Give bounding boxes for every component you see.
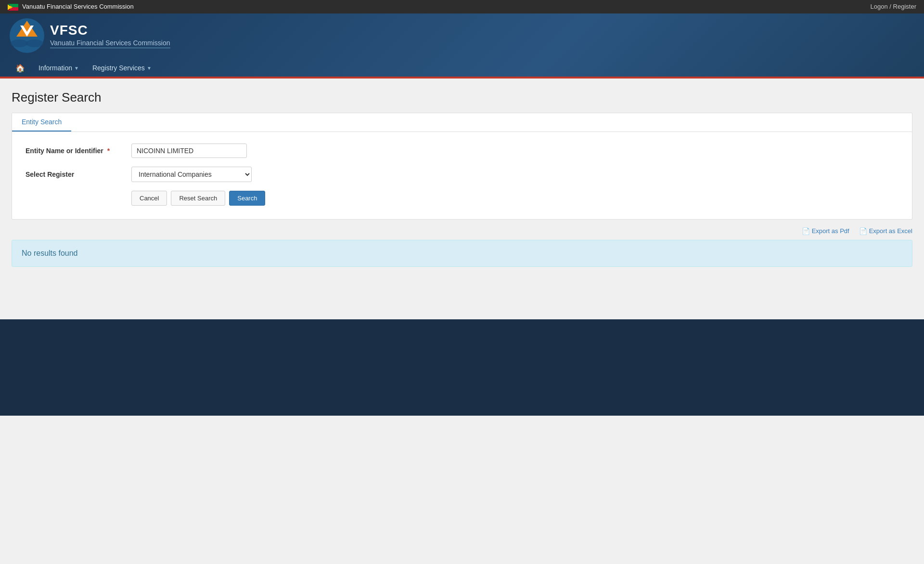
search-button[interactable]: Search <box>229 191 265 206</box>
export-pdf-link[interactable]: 📄 Export as Pdf <box>802 227 849 235</box>
site-name-label: Vanuatu Financial Services Commission <box>22 3 134 10</box>
main-content: Register Search Entity Search Entity Nam… <box>0 79 924 319</box>
svg-point-11 <box>26 39 43 47</box>
entity-name-label: Entity Name or Identifier * <box>26 147 131 155</box>
export-excel-link[interactable]: 📄 Export as Excel <box>859 227 912 235</box>
no-results-text: No results found <box>22 249 78 257</box>
select-register-row: Select Register International Companies … <box>26 167 898 182</box>
cancel-button[interactable]: Cancel <box>131 191 167 206</box>
top-bar-left: Vanuatu Financial Services Commission <box>8 3 134 11</box>
svg-point-10 <box>11 39 28 47</box>
logo-full: Vanuatu Financial Services Commission <box>50 39 170 47</box>
logon-register-link[interactable]: Logon / Register <box>871 3 916 10</box>
chevron-down-icon: ▼ <box>74 66 79 71</box>
nav-home[interactable]: 🏠 <box>10 60 31 77</box>
entity-name-row: Entity Name or Identifier * <box>26 144 898 158</box>
no-results-panel: No results found <box>12 240 912 267</box>
top-bar: Vanuatu Financial Services Commission Lo… <box>0 0 924 13</box>
nav-information[interactable]: Information ▼ <box>33 60 85 76</box>
chevron-down-icon-2: ▼ <box>147 66 152 71</box>
search-panel: Entity Search Entity Name or Identifier … <box>12 113 912 220</box>
search-form: Entity Name or Identifier * Select Regis… <box>12 132 912 219</box>
logo-abbr: VFSC <box>50 23 170 38</box>
excel-icon: 📄 <box>859 227 867 235</box>
logo-container: VFSC Vanuatu Financial Services Commissi… <box>10 18 170 53</box>
nav-registry-services-label: Registry Services <box>92 64 145 72</box>
entity-name-input[interactable] <box>131 144 247 158</box>
form-buttons: Cancel Reset Search Search <box>131 191 898 206</box>
header-top: VFSC Vanuatu Financial Services Commissi… <box>10 18 914 58</box>
tabs-bar: Entity Search <box>12 113 912 132</box>
nav-registry-services[interactable]: Registry Services ▼ <box>87 60 157 76</box>
logo-icon <box>10 18 44 53</box>
export-excel-label: Export as Excel <box>869 227 912 235</box>
export-row: 📄 Export as Pdf 📄 Export as Excel <box>12 227 912 235</box>
page-title: Register Search <box>12 90 912 105</box>
nav-information-label: Information <box>38 64 72 72</box>
footer <box>0 319 924 416</box>
top-bar-right[interactable]: Logon / Register <box>871 3 916 10</box>
register-select[interactable]: International Companies Domestic Compani… <box>131 167 252 182</box>
header: VFSC Vanuatu Financial Services Commissi… <box>0 13 924 77</box>
flag-icon <box>8 3 18 11</box>
select-register-label: Select Register <box>26 171 131 178</box>
pdf-icon: 📄 <box>802 227 810 235</box>
export-pdf-label: Export as Pdf <box>812 227 849 235</box>
reset-search-button[interactable]: Reset Search <box>171 191 225 206</box>
nav-bar: 🏠 Information ▼ Registry Services ▼ <box>10 58 914 77</box>
tab-entity-search[interactable]: Entity Search <box>12 113 71 131</box>
required-star: * <box>107 147 110 155</box>
logo-text: VFSC Vanuatu Financial Services Commissi… <box>50 23 170 48</box>
